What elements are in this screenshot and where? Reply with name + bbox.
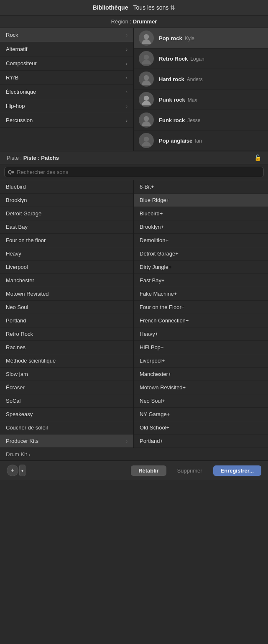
right-list-item[interactable]: Liverpool+ — [134, 354, 268, 368]
drum-kit-bar[interactable]: Drum Kit › — [0, 448, 268, 461]
left-list-item[interactable]: Bluebird — [0, 180, 133, 194]
genre-item[interactable]: Hip-hop› — [0, 99, 133, 113]
genre-label: Percussion — [6, 117, 33, 123]
drummer-avatar — [139, 72, 154, 87]
left-list-item[interactable]: Racines — [0, 341, 133, 354]
left-list-item[interactable]: Four on the floor — [0, 234, 133, 247]
svg-point-1 — [144, 34, 149, 39]
right-list-item[interactable]: Dirty Jungle+ — [134, 261, 268, 274]
drummer-style: Punk rock — [159, 97, 185, 103]
drummer-item[interactable]: Funk rockJesse — [134, 110, 268, 130]
right-list-item[interactable]: Manchester+ — [134, 368, 268, 381]
header-dropdown[interactable]: Tous les sons ⇅ — [133, 4, 175, 11]
right-list-item[interactable]: French Connection+ — [134, 314, 268, 327]
region-value: Drummer — [133, 18, 157, 25]
list-item-label: Racines — [6, 344, 26, 350]
dropdown-chevron-button[interactable]: ▾ — [19, 465, 26, 476]
genre-chevron: › — [126, 75, 128, 80]
list-item-label: East Bay+ — [140, 277, 165, 284]
left-list-item[interactable]: Brooklyn — [0, 194, 133, 207]
right-list-item[interactable]: Blue Ridge+ — [134, 194, 268, 207]
right-list-item[interactable]: Detroit Garage+ — [134, 247, 268, 261]
right-list-item[interactable]: East Bay+ — [134, 274, 268, 287]
drum-kit-chevron: › — [29, 451, 31, 457]
list-item-label: Écraser — [6, 384, 25, 391]
genre-item[interactable]: Rock› — [0, 28, 133, 42]
left-list-item[interactable]: Coucher de soleil — [0, 421, 133, 434]
list-item-label: Old School+ — [140, 424, 169, 431]
header-dropdown-label: Tous les sons — [133, 4, 168, 11]
right-list-item[interactable]: Fake Machine+ — [134, 287, 268, 301]
left-list-item[interactable]: Neo Soul — [0, 301, 133, 314]
genre-item[interactable]: Percussion› — [0, 113, 133, 128]
list-item-label: SoCal — [6, 398, 20, 404]
enregistrer-button[interactable]: Enregistrer... — [213, 465, 261, 476]
drummer-avatar — [139, 31, 154, 46]
add-button[interactable]: + — [7, 465, 18, 476]
genre-item[interactable]: Compositeur› — [0, 56, 133, 71]
right-list-item[interactable]: Four on the Floor+ — [134, 301, 268, 314]
chevron-down-icon: ▾ — [21, 468, 23, 473]
left-list-item[interactable]: East Bay — [0, 220, 133, 234]
drummer-style: Funk rock — [159, 117, 185, 123]
left-list-item[interactable]: Liverpool — [0, 261, 133, 274]
search-input-wrap[interactable]: Q▾ — [4, 167, 264, 177]
left-list-item[interactable]: SoCal — [0, 394, 133, 408]
left-list-item[interactable]: Speakeasy — [0, 408, 133, 421]
svg-point-4 — [142, 80, 151, 85]
left-list-item[interactable]: Méthode scientifique — [0, 354, 133, 368]
left-list-item[interactable]: Écraser — [0, 381, 133, 394]
right-list-item[interactable]: Motown Revisited+ — [134, 381, 268, 394]
header-title: Bibliothèque — [93, 4, 128, 11]
genre-label: Rock — [6, 32, 18, 38]
left-list-item[interactable]: Retro Rock — [0, 327, 133, 341]
left-list-item[interactable]: Motown Revisited — [0, 287, 133, 301]
left-list-item[interactable]: Heavy — [0, 247, 133, 261]
right-list-item[interactable]: Portland+ — [134, 434, 268, 448]
drummer-avatar — [139, 92, 154, 107]
left-list-item[interactable]: Portland — [0, 314, 133, 327]
right-list-item[interactable]: Old School+ — [134, 421, 268, 434]
left-list: BluebirdBrooklynDetroit GarageEast BayFo… — [0, 180, 134, 448]
drummer-item[interactable]: Pop anglaiseIan — [134, 130, 268, 151]
genre-label: Alternatif — [6, 46, 27, 52]
list-item-label: French Connection+ — [140, 317, 189, 324]
supprimer-button[interactable]: Supprimer — [170, 465, 210, 476]
drummer-avatar — [139, 51, 154, 66]
genre-item[interactable]: R'n'B› — [0, 71, 133, 85]
list-item-label: Neo Soul — [6, 304, 28, 310]
left-list-item[interactable]: Producer Kits› — [0, 434, 133, 448]
right-list-item[interactable]: NY Garage+ — [134, 408, 268, 421]
genre-item[interactable]: Électronique› — [0, 85, 133, 99]
region-bar: Région : Drummer — [0, 15, 268, 28]
region-label: Région : — [111, 18, 133, 25]
retablir-button[interactable]: Rétablir — [131, 465, 166, 476]
drummer-item[interactable]: Punk rockMax — [134, 89, 268, 110]
list-item-label: Four on the Floor+ — [140, 304, 184, 310]
genre-label: Compositeur — [6, 60, 37, 66]
genre-chevron: › — [126, 33, 128, 38]
genre-item[interactable]: Alternatif› — [0, 42, 133, 56]
list-item-label: Neo Soul+ — [140, 398, 165, 404]
right-list-item[interactable]: Heavy+ — [134, 327, 268, 341]
left-list-item[interactable]: Manchester — [0, 274, 133, 287]
drummer-item[interactable]: Hard rockAnders — [134, 69, 268, 89]
right-list-item[interactable]: Bluebird+ — [134, 207, 268, 220]
right-list-item[interactable]: Brooklyn+ — [134, 220, 268, 234]
drummer-item[interactable]: Retro RockLogan — [134, 49, 268, 69]
search-input[interactable] — [17, 169, 260, 175]
list-item-label: Detroit Garage+ — [140, 250, 179, 257]
list-item-label: Heavy+ — [140, 331, 158, 337]
left-list-item[interactable]: Slow jam — [0, 368, 133, 381]
list-item-label: Dirty Jungle+ — [140, 264, 171, 270]
right-list-item[interactable]: HiFi Pop+ — [134, 341, 268, 354]
right-list-item[interactable]: Neo Soul+ — [134, 394, 268, 408]
right-list-item[interactable]: Demolition+ — [134, 234, 268, 247]
list-item-label: Brooklyn+ — [140, 224, 164, 230]
drummer-style: Retro Rock — [159, 56, 188, 62]
drummer-item[interactable]: Pop rockKyle — [134, 28, 268, 49]
right-list-item[interactable]: 8-Bit+ — [134, 180, 268, 194]
genre-chevron: › — [126, 89, 128, 95]
list-item-label: NY Garage+ — [140, 411, 170, 417]
left-list-item[interactable]: Detroit Garage — [0, 207, 133, 220]
